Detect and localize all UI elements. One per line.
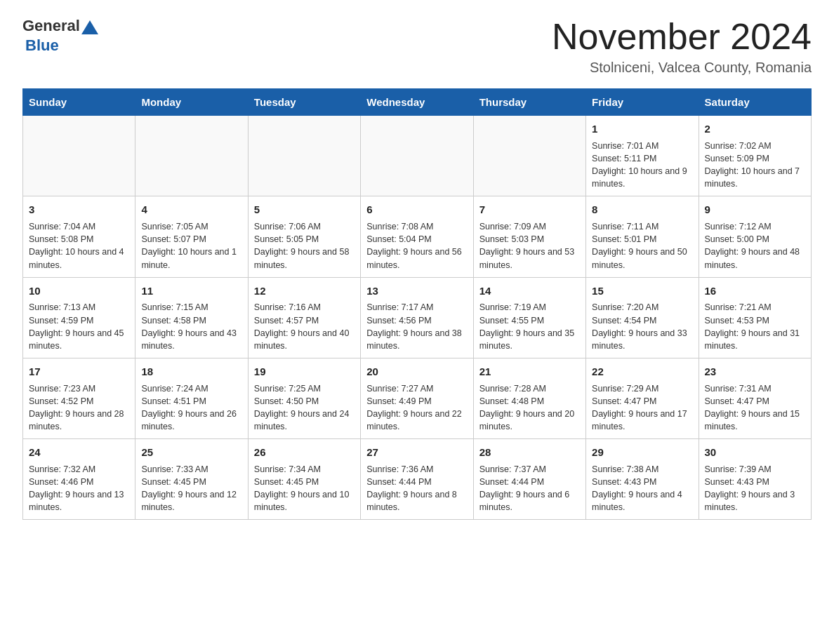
calendar-table: SundayMondayTuesdayWednesdayThursdayFrid… xyxy=(22,88,812,520)
page-subtitle: Stolniceni, Valcea County, Romania xyxy=(552,60,812,76)
day-number: 3 xyxy=(29,202,129,217)
day-info: Sunrise: 7:36 AMSunset: 4:44 PMDaylight:… xyxy=(366,463,467,514)
calendar-day-cell: 6Sunrise: 7:08 AMSunset: 5:04 PMDaylight… xyxy=(361,196,473,277)
calendar-day-cell: 10Sunrise: 7:13 AMSunset: 4:59 PMDayligh… xyxy=(23,277,135,358)
calendar-day-cell: 30Sunrise: 7:39 AMSunset: 4:43 PMDayligh… xyxy=(699,439,811,520)
calendar-day-cell xyxy=(248,116,360,196)
day-number: 15 xyxy=(592,283,692,299)
day-number: 8 xyxy=(592,202,692,217)
day-info: Sunrise: 7:20 AMSunset: 4:54 PMDaylight:… xyxy=(592,301,692,352)
calendar-day-cell: 3Sunrise: 7:04 AMSunset: 5:08 PMDaylight… xyxy=(23,196,135,277)
day-info: Sunrise: 7:32 AMSunset: 4:46 PMDaylight:… xyxy=(29,463,129,514)
day-number: 20 xyxy=(366,364,467,380)
calendar-day-cell xyxy=(135,116,248,196)
calendar-week-row: 17Sunrise: 7:23 AMSunset: 4:52 PMDayligh… xyxy=(23,358,812,438)
calendar-day-cell: 4Sunrise: 7:05 AMSunset: 5:07 PMDaylight… xyxy=(135,196,248,277)
calendar-day-header: Tuesday xyxy=(248,89,360,116)
day-number: 21 xyxy=(479,364,580,380)
calendar-day-cell: 14Sunrise: 7:19 AMSunset: 4:55 PMDayligh… xyxy=(473,277,585,358)
calendar-day-cell: 21Sunrise: 7:28 AMSunset: 4:48 PMDayligh… xyxy=(473,358,585,438)
calendar-day-cell: 12Sunrise: 7:16 AMSunset: 4:57 PMDayligh… xyxy=(248,277,360,358)
logo: General xyxy=(22,17,100,35)
calendar-day-cell: 28Sunrise: 7:37 AMSunset: 4:44 PMDayligh… xyxy=(473,439,585,520)
calendar-week-row: 24Sunrise: 7:32 AMSunset: 4:46 PMDayligh… xyxy=(23,439,812,520)
calendar-day-cell: 2Sunrise: 7:02 AMSunset: 5:09 PMDaylight… xyxy=(699,116,811,196)
calendar-day-cell: 18Sunrise: 7:24 AMSunset: 4:51 PMDayligh… xyxy=(135,358,248,438)
day-info: Sunrise: 7:09 AMSunset: 5:03 PMDaylight:… xyxy=(479,220,580,271)
day-info: Sunrise: 7:11 AMSunset: 5:01 PMDaylight:… xyxy=(592,220,692,271)
day-info: Sunrise: 7:17 AMSunset: 4:56 PMDaylight:… xyxy=(366,301,467,352)
calendar-day-cell: 13Sunrise: 7:17 AMSunset: 4:56 PMDayligh… xyxy=(361,277,473,358)
day-number: 29 xyxy=(592,445,692,460)
calendar-day-cell: 16Sunrise: 7:21 AMSunset: 4:53 PMDayligh… xyxy=(699,277,811,358)
day-number: 6 xyxy=(366,202,467,217)
day-info: Sunrise: 7:04 AMSunset: 5:08 PMDaylight:… xyxy=(29,220,129,271)
calendar-day-header: Friday xyxy=(586,89,699,116)
day-info: Sunrise: 7:25 AMSunset: 4:50 PMDaylight:… xyxy=(254,382,355,434)
calendar-week-row: 3Sunrise: 7:04 AMSunset: 5:08 PMDaylight… xyxy=(23,196,812,277)
calendar-day-cell: 29Sunrise: 7:38 AMSunset: 4:43 PMDayligh… xyxy=(586,439,699,520)
day-number: 26 xyxy=(254,445,355,460)
day-number: 11 xyxy=(141,283,241,299)
calendar-day-cell: 27Sunrise: 7:36 AMSunset: 4:44 PMDayligh… xyxy=(361,439,473,520)
calendar-week-row: 10Sunrise: 7:13 AMSunset: 4:59 PMDayligh… xyxy=(23,277,812,358)
day-number: 1 xyxy=(592,121,692,137)
day-number: 5 xyxy=(254,202,355,217)
day-number: 14 xyxy=(479,283,580,299)
day-info: Sunrise: 7:27 AMSunset: 4:49 PMDaylight:… xyxy=(366,382,467,434)
day-info: Sunrise: 7:34 AMSunset: 4:45 PMDaylight:… xyxy=(254,463,355,514)
day-info: Sunrise: 7:16 AMSunset: 4:57 PMDaylight:… xyxy=(254,301,355,352)
calendar-day-cell: 11Sunrise: 7:15 AMSunset: 4:58 PMDayligh… xyxy=(135,277,248,358)
calendar-day-cell: 19Sunrise: 7:25 AMSunset: 4:50 PMDayligh… xyxy=(248,358,360,438)
day-number: 30 xyxy=(705,445,805,460)
logo-blue-text: Blue xyxy=(25,36,59,54)
calendar-day-cell: 1Sunrise: 7:01 AMSunset: 5:11 PMDaylight… xyxy=(586,116,699,196)
calendar-day-cell: 8Sunrise: 7:11 AMSunset: 5:01 PMDaylight… xyxy=(586,196,699,277)
day-number: 25 xyxy=(141,445,241,460)
page-title: November 2024 xyxy=(552,17,812,57)
day-info: Sunrise: 7:08 AMSunset: 5:04 PMDaylight:… xyxy=(366,220,467,271)
calendar-day-header: Sunday xyxy=(23,89,135,116)
calendar-week-row: 1Sunrise: 7:01 AMSunset: 5:11 PMDaylight… xyxy=(23,116,812,196)
calendar-day-cell: 15Sunrise: 7:20 AMSunset: 4:54 PMDayligh… xyxy=(586,277,699,358)
day-number: 9 xyxy=(705,202,805,217)
title-area: November 2024 Stolniceni, Valcea County,… xyxy=(552,17,812,76)
day-info: Sunrise: 7:37 AMSunset: 4:44 PMDaylight:… xyxy=(479,463,580,514)
day-number: 19 xyxy=(254,364,355,380)
calendar-day-header: Thursday xyxy=(473,89,585,116)
day-info: Sunrise: 7:12 AMSunset: 5:00 PMDaylight:… xyxy=(705,220,805,271)
logo-area: General Blue xyxy=(22,17,100,55)
day-info: Sunrise: 7:05 AMSunset: 5:07 PMDaylight:… xyxy=(141,220,241,271)
calendar-day-cell: 24Sunrise: 7:32 AMSunset: 4:46 PMDayligh… xyxy=(23,439,135,520)
day-info: Sunrise: 7:13 AMSunset: 4:59 PMDaylight:… xyxy=(29,301,129,352)
calendar-day-cell: 23Sunrise: 7:31 AMSunset: 4:47 PMDayligh… xyxy=(699,358,811,438)
day-number: 4 xyxy=(141,202,241,217)
calendar-day-cell: 17Sunrise: 7:23 AMSunset: 4:52 PMDayligh… xyxy=(23,358,135,438)
calendar-day-header: Wednesday xyxy=(361,89,473,116)
calendar-day-cell: 5Sunrise: 7:06 AMSunset: 5:05 PMDaylight… xyxy=(248,196,360,277)
calendar-day-cell xyxy=(473,116,585,196)
day-info: Sunrise: 7:24 AMSunset: 4:51 PMDaylight:… xyxy=(141,382,241,434)
day-info: Sunrise: 7:06 AMSunset: 5:05 PMDaylight:… xyxy=(254,220,355,271)
day-number: 18 xyxy=(141,364,241,380)
day-info: Sunrise: 7:21 AMSunset: 4:53 PMDaylight:… xyxy=(705,301,805,352)
day-info: Sunrise: 7:31 AMSunset: 4:47 PMDaylight:… xyxy=(705,382,805,434)
calendar-day-cell: 26Sunrise: 7:34 AMSunset: 4:45 PMDayligh… xyxy=(248,439,360,520)
day-info: Sunrise: 7:15 AMSunset: 4:58 PMDaylight:… xyxy=(141,301,241,352)
day-info: Sunrise: 7:38 AMSunset: 4:43 PMDaylight:… xyxy=(592,463,692,514)
calendar-day-cell: 22Sunrise: 7:29 AMSunset: 4:47 PMDayligh… xyxy=(586,358,699,438)
day-info: Sunrise: 7:28 AMSunset: 4:48 PMDaylight:… xyxy=(479,382,580,434)
day-info: Sunrise: 7:19 AMSunset: 4:55 PMDaylight:… xyxy=(479,301,580,352)
calendar-day-cell: 20Sunrise: 7:27 AMSunset: 4:49 PMDayligh… xyxy=(361,358,473,438)
day-info: Sunrise: 7:33 AMSunset: 4:45 PMDaylight:… xyxy=(141,463,241,514)
logo-triangle-icon xyxy=(81,20,98,34)
calendar-day-cell xyxy=(23,116,135,196)
day-number: 10 xyxy=(29,283,129,299)
calendar-day-cell: 25Sunrise: 7:33 AMSunset: 4:45 PMDayligh… xyxy=(135,439,248,520)
day-number: 12 xyxy=(254,283,355,299)
day-number: 17 xyxy=(29,364,129,380)
calendar-header-row: SundayMondayTuesdayWednesdayThursdayFrid… xyxy=(23,89,812,116)
day-number: 13 xyxy=(366,283,467,299)
day-info: Sunrise: 7:39 AMSunset: 4:43 PMDaylight:… xyxy=(705,463,805,514)
calendar-day-header: Saturday xyxy=(699,89,811,116)
